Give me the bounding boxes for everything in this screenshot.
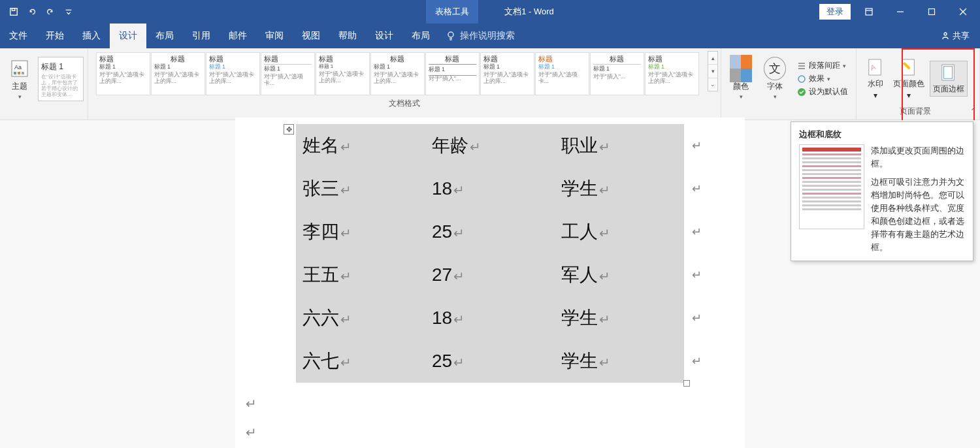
tab-review[interactable]: 审阅 [256, 24, 293, 48]
fonts-button[interactable]: 文 字体▾ [759, 56, 791, 101]
set-default-button[interactable]: 设为默认值 [797, 86, 848, 97]
tab-design[interactable]: 设计 [110, 24, 146, 48]
themes-icon: Aa [8, 57, 31, 80]
table-row: 张三↵ 18↵ 学生↵ [296, 167, 684, 210]
colors-icon [730, 55, 752, 82]
page-color-icon [899, 57, 919, 77]
page-borders-tooltip: 边框和底纹 添加或更改页面周围的边框。 边框可吸引注意力并为文档增加时尚特色。您… [791, 121, 973, 261]
group-document-formatting: 标题标题 1对于"插入"选项卡上的库... 标题标题 1对于"插入"选项卡上的库… [88, 48, 721, 120]
svg-rect-3 [866, 8, 872, 15]
svg-rect-0 [10, 8, 18, 16]
paragraph-spacing-button[interactable]: 段落间距▾ [797, 60, 848, 71]
svg-rect-6 [929, 9, 935, 15]
collapse-ribbon-button[interactable]: ⌃ [970, 107, 976, 116]
group-colors-fonts: 颜色▾ 文 字体▾ 段落间距▾ 效果▾ 设为默认值 [721, 48, 856, 120]
document-title: 文档1 - Word [504, 6, 554, 18]
style-set-gallery[interactable]: 标题标题 1对于"插入"选项卡上的库... 标题标题 1对于"插入"选项卡上的库… [95, 51, 715, 97]
svg-point-21 [798, 76, 805, 82]
themes-button[interactable]: Aa 主题 ▾ [4, 56, 35, 101]
tab-insert[interactable]: 插入 [73, 24, 110, 48]
paragraph-mark: ↵ [246, 424, 745, 440]
table-resize-handle[interactable] [683, 380, 690, 387]
row-end-mark: ↵ [692, 354, 702, 368]
row-end-mark: ↵ [692, 311, 702, 325]
table-row: 姓名↵ 年龄↵ 职业↵ [296, 124, 684, 167]
qat-customize[interactable] [60, 3, 77, 20]
check-icon [797, 88, 806, 97]
table-row: 李四↵ 25↵ 工人↵ [296, 210, 684, 253]
svg-point-12 [944, 33, 947, 35]
group-themes: Aa 主题 ▾ 标题 1 在"设计"选项卡上，库中包含了若干精心设计的主题和变体… [0, 48, 88, 120]
page-borders-button[interactable]: 页面边框 [930, 61, 968, 97]
svg-rect-1 [12, 8, 14, 11]
tab-table-design[interactable]: 设计 [366, 24, 402, 48]
close-button[interactable] [950, 3, 976, 21]
tab-help[interactable]: 帮助 [329, 24, 366, 48]
svg-point-9 [448, 32, 453, 37]
table-row: 王五↵ 27↵ 军人↵ [296, 253, 684, 296]
svg-text:Aa: Aa [14, 64, 22, 71]
title-bar: 表格工具 文档1 - Word 登录 [0, 0, 980, 24]
ribbon-tabs: 文件 开始 插入 设计 布局 引用 邮件 审阅 视图 帮助 设计 布局 操作说明… [0, 24, 980, 48]
effects-button[interactable]: 效果▾ [797, 73, 848, 84]
lightbulb-icon [446, 31, 456, 41]
group-page-background: A 水印▾ 页面颜色▾ 页面边框 页面背景 [856, 48, 980, 120]
minimize-button[interactable] [887, 3, 913, 21]
ribbon: Aa 主题 ▾ 标题 1 在"设计"选项卡上，库中包含了若干精心设计的主题和变体… [0, 48, 980, 120]
quick-access-toolbar [0, 3, 77, 20]
tab-table-layout[interactable]: 布局 [402, 24, 439, 48]
tab-view[interactable]: 视图 [293, 24, 329, 48]
tab-file[interactable]: 文件 [0, 24, 37, 48]
table-move-handle[interactable]: ✥ [284, 124, 294, 135]
share-button[interactable]: 共享 [941, 30, 980, 42]
tooltip-preview-icon [799, 144, 864, 229]
svg-rect-15 [14, 72, 16, 74]
share-icon [941, 31, 950, 40]
watermark-icon: A [866, 57, 885, 77]
page-borders-icon [939, 63, 958, 82]
save-button[interactable] [5, 3, 22, 20]
document-table[interactable]: 姓名↵ 年龄↵ 职业↵ 张三↵ 18↵ 学生↵ 李四↵ 25↵ 工人↵ 王五↵ … [296, 124, 684, 383]
paragraph-spacing-icon [797, 61, 806, 71]
fonts-icon: 文 [764, 57, 786, 80]
tell-me-search[interactable]: 操作说明搜索 [446, 30, 515, 42]
gallery-scroller[interactable]: ▴▾⌄ [708, 51, 718, 91]
chevron-down-icon: ▾ [18, 93, 22, 100]
tab-home[interactable]: 开始 [37, 24, 73, 48]
paragraph-mark: ↵ [246, 396, 745, 411]
ribbon-display-options[interactable] [856, 3, 882, 21]
login-button[interactable]: 登录 [819, 4, 851, 20]
undo-button[interactable] [24, 3, 41, 20]
theme-preview-card[interactable]: 标题 1 在"设计"选项卡上，库中包含了若干精心设计的主题和变体... [38, 57, 84, 101]
row-end-mark: ↵ [692, 268, 702, 282]
row-end-mark: ↵ [692, 225, 702, 239]
tab-references[interactable]: 引用 [183, 24, 220, 48]
svg-rect-16 [18, 72, 20, 74]
tab-layout[interactable]: 布局 [146, 24, 183, 48]
row-end-mark: ↵ [692, 182, 702, 196]
colors-button[interactable]: 颜色▾ [725, 56, 757, 101]
maximize-button[interactable] [919, 3, 945, 21]
watermark-button[interactable]: A 水印▾ [863, 56, 888, 101]
table-row: 六六↵ 18↵ 学生↵ [296, 296, 684, 340]
tell-me-placeholder: 操作说明搜索 [460, 30, 515, 42]
row-end-mark: ↵ [692, 138, 702, 153]
svg-rect-17 [22, 72, 24, 74]
tooltip-description: 添加或更改页面周围的边框。 边框可吸引注意力并为文档增加时尚特色。您可以使用各种… [871, 144, 965, 254]
page-color-button[interactable]: 页面颜色▾ [890, 56, 927, 101]
effects-icon [797, 74, 806, 84]
document-page[interactable]: ✥ 姓名↵ 年龄↵ 职业↵ 张三↵ 18↵ 学生↵ 李四↵ 25↵ 工人↵ [235, 118, 745, 448]
tooltip-title: 边框和底纹 [799, 129, 965, 140]
table-tools-context-tab: 表格工具 [426, 0, 478, 24]
tab-mailings[interactable]: 邮件 [220, 24, 256, 48]
table-row: 六七↵ 25↵ 学生↵ [296, 340, 684, 383]
redo-button[interactable] [42, 3, 59, 20]
